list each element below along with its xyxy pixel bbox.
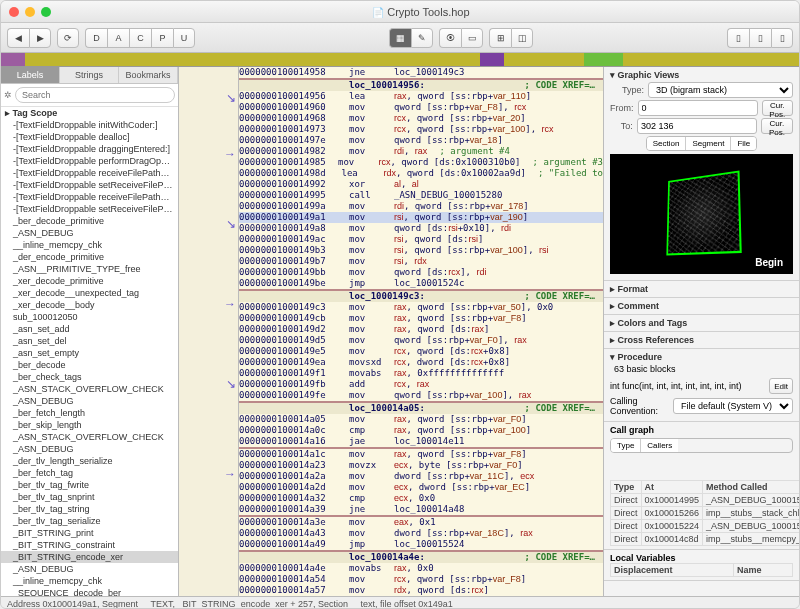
colors-header[interactable]: Colors and Tags [610,318,793,328]
label-item[interactable]: _SEQUENCE_decode_ber [1,587,178,596]
label-item[interactable]: -[TextFieldDroppable dealloc] [1,131,178,143]
tab-labels[interactable]: Labels [1,67,60,83]
from-input[interactable] [638,100,758,116]
labels-list[interactable]: -[TextFieldDroppable initWithCoder:]-[Te… [1,119,178,596]
navigation-bar[interactable] [1,53,799,67]
asm-line[interactable]: 0000000100014a3emoveax, 0x1 [239,517,603,528]
asm-line[interactable]: 00000001000149eamovsxdrcx, dword [ds:rcx… [239,357,603,368]
hex-button[interactable]: ⦿ [439,28,461,48]
label-item[interactable]: _BIT_STRING_encode_xer [1,551,178,563]
asm-line[interactable]: 0000000100014960movqword [ss:rbp+var_F8]… [239,102,603,113]
label-item[interactable]: _xer_decode__unexpected_tag [1,287,178,299]
asm-line[interactable]: 0000000100014a4emovabsrax, 0x0 [239,563,603,574]
label-item[interactable]: -[TextFieldDroppable initWithCoder:] [1,119,178,131]
note-button[interactable]: ✎ [411,28,433,48]
asm-line[interactable]: 0000000100014a49jmploc_100015524 [239,539,603,550]
label-item[interactable]: _xer_decode_primitive [1,275,178,287]
graphic-type-select[interactable]: 3D (bigram stack) [648,82,793,98]
cfg-button[interactable]: ⊞ [489,28,511,48]
asm-line[interactable]: 00000001000149b3movrsi, qword [ss:rbp+va… [239,245,603,256]
xrefs-header[interactable]: Cross References [610,335,793,345]
label-item[interactable]: _ASN_DEBUG [1,563,178,575]
asm-line[interactable]: 0000000100014985movrcx, qword [ds:0x1000… [239,157,603,168]
label-item[interactable]: -[TextFieldDroppable receiveFilePathOb..… [1,167,178,179]
search-mode-icon[interactable]: ✲ [4,90,12,100]
label-item[interactable]: _asn_set_add [1,323,178,335]
label-item[interactable]: -[TextFieldDroppable setReceiveFilePat..… [1,203,178,215]
asm-line[interactable]: 000000010001498dleardx, qword [ds:0x1000… [239,168,603,179]
asm-line[interactable]: 0000000100014a32cmpecx, 0x0 [239,493,603,504]
locals-table[interactable]: DisplacementName [610,563,793,577]
asm-line[interactable]: 00000001000149cbmovrax, qword [ss:rbp+va… [239,313,603,324]
asm-line[interactable]: 00000001000149f1movabsrax, 0xfffffffffff… [239,368,603,379]
range-segment[interactable]: SectionSegmentFile [646,136,758,151]
panel-mid-button[interactable]: ▯ [749,28,771,48]
label-item[interactable]: _BIT_STRING_print [1,527,178,539]
asm-line[interactable]: 00000001000149bbmovqword [ds:rcx], rdi [239,267,603,278]
disassembly-view[interactable]: 0000000100014958jneloc_1000149c3loc_1000… [239,67,603,596]
label-item[interactable]: _ber_fetch_length [1,407,178,419]
label-item[interactable]: _ASN_STACK_OVERFLOW_CHECK [1,431,178,443]
label-item[interactable]: _der_encode_primitive [1,251,178,263]
label-item[interactable]: -[TextFieldDroppable setReceiveFilePat..… [1,179,178,191]
from-curpos-button[interactable]: Cur. Pos. [762,100,794,116]
asm-line[interactable]: 0000000100014958jneloc_1000149c3 [239,67,603,78]
asm-line[interactable]: 0000000100014a39jneloc_100014a48 [239,504,603,515]
graphic-visualization[interactable]: Begin [610,154,793,274]
asm-line[interactable]: 000000010001497emovqword [ss:rbp+var_18] [239,135,603,146]
minimize-icon[interactable] [25,7,35,17]
tab-strings[interactable]: Strings [60,67,119,83]
panel-right-button[interactable]: ▯ [771,28,793,48]
forward-button[interactable]: ▶ [29,28,51,48]
asm-line[interactable]: 0000000100014995call_ASN_DEBUG_100015280 [239,190,603,201]
tag-button[interactable]: ▦ [389,28,411,48]
label-item[interactable]: _ber_tlv_tag_snprint [1,491,178,503]
back-button[interactable]: ◀ [7,28,29,48]
label-item[interactable]: -[TextFieldDroppable receiveFilePathSel.… [1,191,178,203]
label-item[interactable]: __inline_memcpy_chk [1,575,178,587]
asm-line[interactable]: 00000001000149fbaddrcx, rax [239,379,603,390]
asm-line[interactable]: 0000000100014a54movrcx, qword [ss:rbp+va… [239,574,603,585]
asm-line[interactable]: 0000000100014a05movrax, qword [ss:rbp+va… [239,414,603,425]
asm-line[interactable]: 00000001000149d2movrax, qword [ds:rax] [239,324,603,335]
label-item[interactable]: _ber_tlv_tag_string [1,503,178,515]
asm-line[interactable]: 0000000100014973movrcx, qword [ss:rbp+va… [239,124,603,135]
to-input[interactable] [637,118,757,134]
asm-line[interactable]: 0000000100014a2dmovecx, dword [ss:rbp+va… [239,482,603,493]
search-input[interactable] [15,87,175,103]
asm-line[interactable]: 00000001000149c3movrax, qword [ss:rbp+va… [239,302,603,313]
tag-scope-header[interactable]: Tag Scope [1,107,178,119]
format-header[interactable]: Format [610,284,793,294]
asm-line[interactable]: 00000001000149b7movrsi, rdx [239,256,603,267]
tab-bookmarks[interactable]: Bookmarks [119,67,178,83]
label-item[interactable]: _BIT_STRING_constraint [1,539,178,551]
close-icon[interactable] [9,7,19,17]
mode-u[interactable]: U [173,28,195,48]
zoom-icon[interactable] [41,7,51,17]
asm-line[interactable]: 00000001000149bejmploc_10001524c [239,278,603,289]
mode-a[interactable]: A [107,28,129,48]
asm-line[interactable]: 00000001000149d5movqword [ss:rbp+var_F0]… [239,335,603,346]
asm-line[interactable]: 0000000100014a16jaeloc_100014e11 [239,436,603,447]
asm-line[interactable]: 0000000100014956learax, qword [ss:rbp+va… [239,91,603,102]
to-curpos-button[interactable]: Cur. Pos. [761,118,793,134]
label-item[interactable]: _ber_check_tags [1,371,178,383]
label-item[interactable]: _ber_skip_length [1,419,178,431]
asm-line[interactable]: 0000000100014a1cmovrax, qword [ss:rbp+va… [239,449,603,460]
panel-left-button[interactable]: ▯ [727,28,749,48]
view-button[interactable]: ▭ [461,28,483,48]
mode-d[interactable]: D [85,28,107,48]
label-item[interactable]: _ASN_DEBUG [1,395,178,407]
asm-line[interactable]: 00000001000149e5movrcx, qword [ds:rcx+0x… [239,346,603,357]
label-item[interactable]: _xer_decode__body [1,299,178,311]
label-item[interactable]: _ber_fetch_tag [1,467,178,479]
label-item[interactable]: _asn_set_del [1,335,178,347]
label-item[interactable]: -[TextFieldDroppable performDragOper... [1,155,178,167]
asm-line[interactable]: 0000000100014a43movdword [ss:rbp+var_18C… [239,528,603,539]
asm-line[interactable]: 0000000100014a23movzxecx, byte [ss:rbp+v… [239,460,603,471]
asm-line[interactable]: 0000000100014a2amovdword [ss:rbp+var_11C… [239,471,603,482]
mode-p[interactable]: P [151,28,173,48]
asm-line[interactable]: 0000000100014a57movrdx, qword [ds:rcx] [239,585,603,596]
label-item[interactable]: sub_100012050 [1,311,178,323]
label-item[interactable]: _ber_decode_primitive [1,215,178,227]
